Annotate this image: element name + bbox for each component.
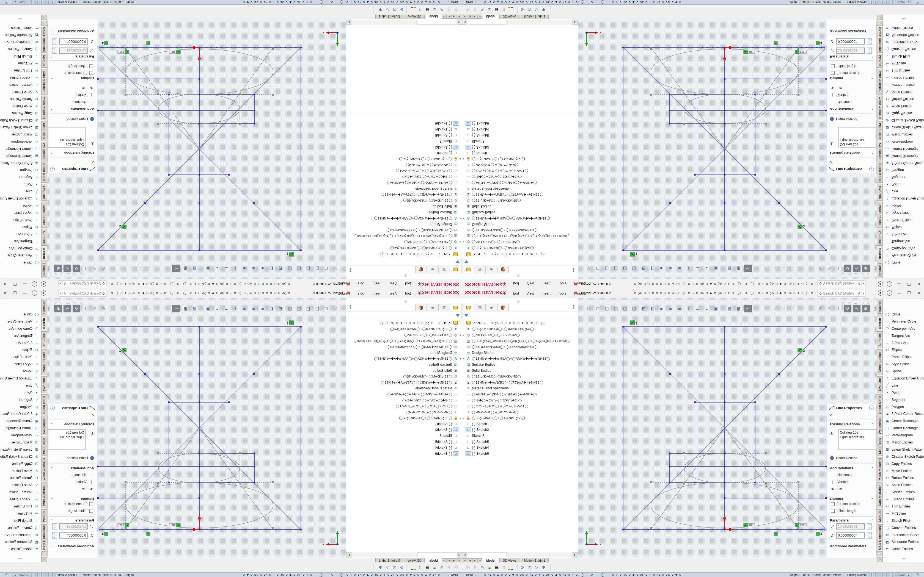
tree-item[interactable]: ∟(-) Sketch6 — [462, 120, 578, 126]
view-toolbar-icon[interactable]: ↩ — [173, 264, 180, 272]
view-toolbar-icon[interactable]: ■ — [657, 305, 665, 313]
tree-collapse-arrow[interactable]: ❯ — [572, 305, 575, 309]
relation-badge-parallel-3[interactable]: 3 — [630, 321, 637, 325]
tool-item-centerpoint-arc[interactable]: ◠Centerpoint Arc — [883, 245, 924, 252]
child-minimize-icon[interactable]: — — [854, 272, 858, 276]
command-tab-sheet-metal[interactable]: Sheet Metal — [41, 394, 47, 416]
tool-item-offset-entities[interactable]: ⊏Offset Entities — [883, 24, 924, 32]
view-toolbar-icon[interactable]: ◰ — [313, 305, 321, 313]
parameter-value-field[interactable]: 10.88152731 — [836, 48, 864, 53]
command-tab-features[interactable]: Features — [41, 299, 47, 316]
tool-item-partial-ellipse[interactable]: ◔Partial Ellipse — [0, 353, 41, 361]
markup-pen-icon[interactable]: ✎ — [916, 572, 919, 577]
tree-split-divider[interactable] — [462, 113, 578, 113]
tool-item-line[interactable]: ╱Line — [883, 382, 924, 389]
doc-tab-3d-views[interactable]: 3D Views — [404, 14, 424, 19]
view-toolbar-icon[interactable]: ▨ — [735, 264, 743, 272]
tree-item[interactable]: ▸🔒◯Ƨ5ƷƐИΝА∪∙◯∘◯∙∪АΝИƐƷ5Ƨ◯ — [462, 415, 578, 421]
tree-item[interactable]: ⧉◯Ƨ5∙∪Ж∙АΜ◯∘◯ΜА∙Ж∪∙5Ƨ◯ — [462, 198, 578, 204]
bottom-toolbar-icon[interactable]: ⎘ — [446, 564, 452, 571]
command-tab-markup[interactable]: Markup — [41, 54, 47, 68]
tool-item-3-point-center-recta-[interactable]: ◈3 Point Center Recta... — [883, 410, 924, 417]
checkbox-icon[interactable] — [89, 509, 93, 513]
tool-item-segment[interactable]: ⁘Segment — [0, 396, 41, 403]
tree-item[interactable]: ⧉◯Ƨ5∙∪Ж∙АΜ◯∘◯ΜА∙Ж∪∙5Ƨ◯ — [462, 373, 578, 379]
menu-insert[interactable]: Insert — [373, 291, 383, 295]
tool-item-mirror-entities[interactable]: ◫Mirror Entities — [883, 439, 924, 446]
tool-item-trim-entities[interactable]: ✂Trim Entities — [0, 503, 41, 510]
doc-icon[interactable]: ▤ — [80, 272, 83, 276]
tree-item[interactable]: ▱◯∙⊛✚◯Ж⊙Ι◯∘◯Ι⊙Ж◯✚⊛∙◯ — [346, 397, 462, 403]
relation-badge-3[interactable] — [147, 532, 150, 535]
tool-item-trim-entities[interactable]: ✂Trim Entities — [0, 67, 41, 74]
tree-item[interactable]: ◷◯Ƨ5∙⊛Ƨ5ИΝƷƐ5Ƨ◯∘◯Ƨ5ƷƐΝИ5Ƨ⊛∙5Ƨ◯ — [462, 344, 578, 350]
tree-item[interactable]: ◷◯Ƨ5∙⊛Ƨ5ИΝƷƐ5Ƨ◯∘◯Ƨ5ƷƐΝИ5Ƨ⊛∙5Ƨ◯ — [346, 344, 462, 350]
view-toolbar-icon[interactable]: ▭ — [694, 305, 701, 313]
view-toolbar-icon[interactable]: ▭ — [223, 305, 230, 313]
tool-item-stretch-entities[interactable]: ↔Stretch Entities — [0, 81, 41, 89]
relations-listbox[interactable]: Collinear108Equal length109 — [48, 429, 86, 450]
view-toolbar-icon[interactable]: ∠ — [136, 305, 144, 313]
view-toolbar-icon[interactable]: ▨ — [181, 264, 189, 272]
add-relation-fix[interactable]: ✎Fix — [830, 86, 842, 90]
tree-item[interactable]: ▱◯∙⊛✚◯Ж⊙Ι◯∘◯Ι⊙Ж◯✚⊛∙◯ — [462, 397, 578, 403]
tool-item-linear-sketch-pattern[interactable]: ⊞Linear Sketch Pattern — [883, 124, 924, 131]
tree-item[interactable]: ∟Sketch3 — [462, 138, 578, 144]
command-tab-mesh-modeling[interactable]: Mesh Modeling — [41, 96, 47, 120]
spinner-down-icon[interactable]: ▼ — [52, 48, 57, 50]
menu-file[interactable]: File — [500, 291, 506, 295]
units-dropdown[interactable]: Custom▴ — [12, 573, 32, 577]
view-toolbar-icon[interactable]: ■ — [250, 264, 257, 272]
search-dropdown-icon[interactable]: ▾ — [59, 282, 63, 286]
spinner-buttons[interactable]: ▲▼ — [867, 48, 872, 53]
collapse-chevron-icon[interactable]: ⌃ — [871, 498, 873, 501]
tool-item-centerpoint-arc[interactable]: ◠Centerpoint Arc — [0, 325, 41, 332]
accept-button[interactable]: ✔ — [829, 160, 833, 164]
menu-file[interactable]: File — [418, 282, 424, 286]
tool-item-linear-sketch-pattern[interactable]: ⊞Linear Sketch Pattern — [883, 446, 924, 453]
view-toolbar-icon[interactable]: ◱ — [621, 264, 629, 272]
view-toolbar-icon[interactable]: ▣ — [712, 264, 720, 272]
command-tab-mbd-dimensions[interactable]: MBD Dimensions — [877, 27, 883, 53]
relation-badge-2[interactable]: 3 — [120, 224, 126, 229]
sketch-small-rect[interactable] — [670, 95, 725, 124]
spinner-up-icon[interactable]: ▲ — [867, 532, 872, 535]
tool-item-point[interactable]: ▪Point — [0, 181, 41, 188]
tool-item-spline[interactable]: ∿Spline — [0, 367, 41, 375]
tool-item-tangent-arc[interactable]: ⌒Tangent Arc — [883, 332, 924, 339]
command-tab--[interactable]: ⋮ — [877, 15, 883, 20]
view-toolbar-icon[interactable]: ∿ — [63, 264, 71, 272]
panel-splitter-handle[interactable] — [404, 300, 407, 303]
tool-item-equation-driven-curve[interactable]: ƒEquation Driven Curve — [0, 375, 41, 382]
command-tab-direct-editing[interactable]: Direct Editing — [41, 349, 47, 375]
add-relation-vertical[interactable]: ❘Vertical — [76, 480, 94, 484]
view-toolbar-icon[interactable]: ◲ — [630, 305, 638, 313]
doc-icon[interactable]: ▤ — [73, 272, 76, 276]
view-toolbar-icon[interactable]: ⊥ — [82, 305, 89, 313]
view-toolbar-icon[interactable]: ◱ — [295, 305, 303, 313]
tree-item[interactable]: ▸◴◯Λ⊛✚Ƨ5∘Ƶ◯∘◯Ƶ∘5Ƨ✚⊛Λ◯ — [346, 332, 462, 338]
units-dropdown[interactable]: Custom▴ — [892, 573, 912, 577]
view-toolbar-icon[interactable]: ◧ — [648, 305, 656, 313]
user-account-icon[interactable]: ☻ — [878, 290, 883, 296]
view-toolbar-icon[interactable]: ■ — [676, 264, 683, 272]
option-infinite-length[interactable]: Infinite length — [68, 64, 93, 68]
bottom-toolbar-icon[interactable]: ⎘ — [465, 564, 471, 571]
expand-arrow-icon[interactable]: ▸ — [458, 241, 462, 243]
tree-item[interactable]: ∟(-) Sketch1 — [346, 150, 462, 156]
more-tools-chevron[interactable]: ⌄⌄ — [883, 17, 924, 21]
tree-item[interactable]: Σ◯Ƨ5ИΝ⊛∘✚А∪ЪƷƐ◯∘◯ƷƐЪ∪А✚∘⊛ΝИ5Ƨ◯ — [462, 379, 578, 385]
bottom-toolbar-icon[interactable]: ⎘ — [465, 6, 471, 13]
bottom-toolbar-icon[interactable]: ✎ — [439, 6, 445, 13]
view-toolbar-icon[interactable]: ◒ — [213, 305, 221, 313]
view-toolbar-icon[interactable]: ◱ — [621, 305, 629, 313]
view-toolbar-icon[interactable]: ✐ — [100, 305, 108, 313]
bottom-toolbar-icon[interactable]: ✱ — [541, 6, 547, 13]
view-toolbar-icon[interactable]: ⊥ — [154, 305, 162, 313]
tool-item-rotate-entities[interactable]: ↻Rotate Entities — [0, 474, 41, 481]
child-close-icon[interactable]: ✕ — [54, 301, 57, 305]
option-for-construction[interactable]: For construction — [831, 71, 860, 75]
tree-item[interactable]: ▸A◯Ƨ5ИΝ⊛∘✚А✚⊛ИΝА◯∘◯АΝИ⊛✚А✚∘⊛ΝИ5Ƨ◯ — [462, 356, 578, 362]
tool-item-line[interactable]: ╱Line — [0, 188, 41, 195]
tab-displaymanager[interactable] — [497, 304, 509, 311]
